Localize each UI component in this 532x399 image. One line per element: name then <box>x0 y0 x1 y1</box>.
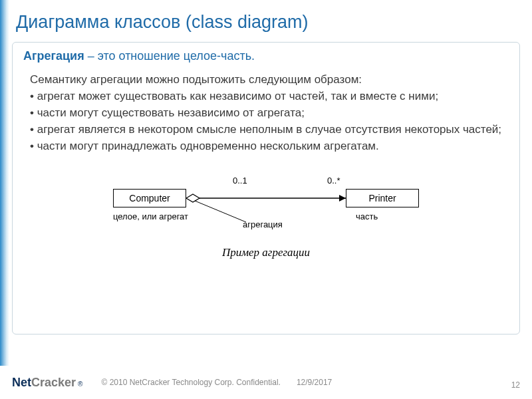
bullet-4: • части могут принадлежать одновременно … <box>30 139 509 154</box>
caption-part: часть <box>356 211 378 221</box>
uml-diagram: Computer Printer 0..1 0..* целое, или аг… <box>93 174 439 274</box>
bullet-1: • агрегат может существовать как независ… <box>30 89 509 104</box>
logo-part-cracker: Cracker <box>31 376 76 390</box>
class-box-computer: Computer <box>113 189 186 207</box>
aggregation-diamond-icon <box>186 194 200 202</box>
definition-rest: – это отношение целое-часть. <box>84 49 255 63</box>
diagram-caption: Пример агрегации <box>93 246 439 259</box>
footer-date: 12/9/2017 <box>297 378 332 387</box>
footer-copyright: © 2010 NetCracker Technology Corp. Confi… <box>101 378 280 387</box>
caption-whole: целое, или агрегат <box>113 211 188 221</box>
content-card: Агрегация – это отношение целое-часть. С… <box>12 42 520 334</box>
arrowhead-icon <box>339 195 346 201</box>
bullet-3: • агрегат является в некотором смысле не… <box>30 122 509 138</box>
slide-title: Диаграмма классов (class diagram) <box>16 12 516 33</box>
body-text: Семантику агрегации можно подытожить сле… <box>30 72 509 154</box>
logo-part-net: Net <box>12 376 31 390</box>
multiplicity-left: 0..1 <box>233 176 247 186</box>
body-intro: Семантику агрегации можно подытожить сле… <box>30 72 509 88</box>
logo: NetCracker ® <box>12 376 82 390</box>
logo-registered: ® <box>78 380 82 388</box>
caption-relation: агрегация <box>243 219 283 229</box>
page-number: 12 <box>511 380 520 390</box>
slide-header: Диаграмма классов (class diagram) <box>0 0 532 39</box>
class-box-printer: Printer <box>346 189 419 207</box>
multiplicity-right: 0..* <box>327 176 340 186</box>
definition-term: Агрегация <box>23 49 84 63</box>
definition-row: Агрегация – это отношение целое-часть. <box>23 49 509 63</box>
bullet-2: • части могут существовать независимо от… <box>30 106 509 121</box>
slide-footer: NetCracker ® © 2010 NetCracker Technolog… <box>0 366 532 399</box>
svg-line-1 <box>195 201 246 222</box>
slide: Диаграмма классов (class diagram) Агрега… <box>0 0 532 399</box>
